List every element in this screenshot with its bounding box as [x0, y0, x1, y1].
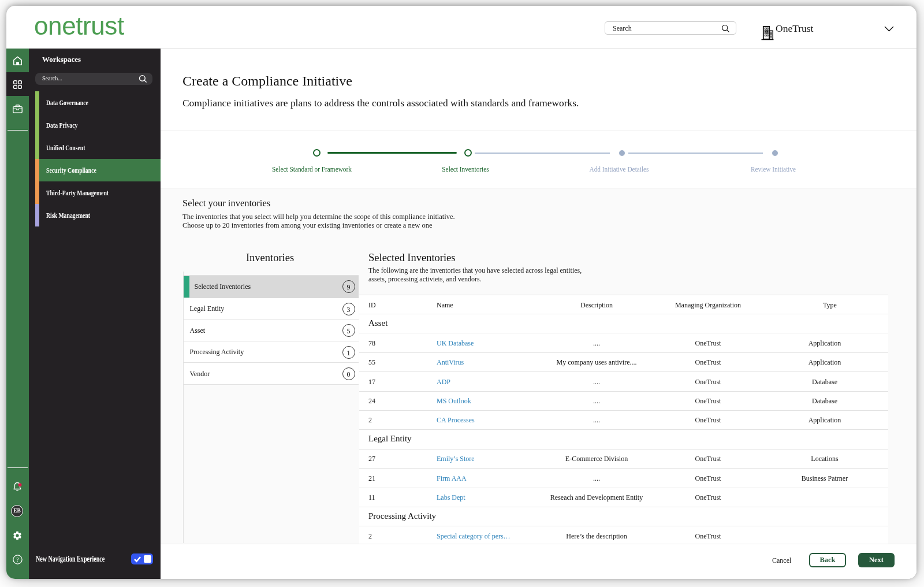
svg-text:?: ?	[16, 556, 19, 563]
